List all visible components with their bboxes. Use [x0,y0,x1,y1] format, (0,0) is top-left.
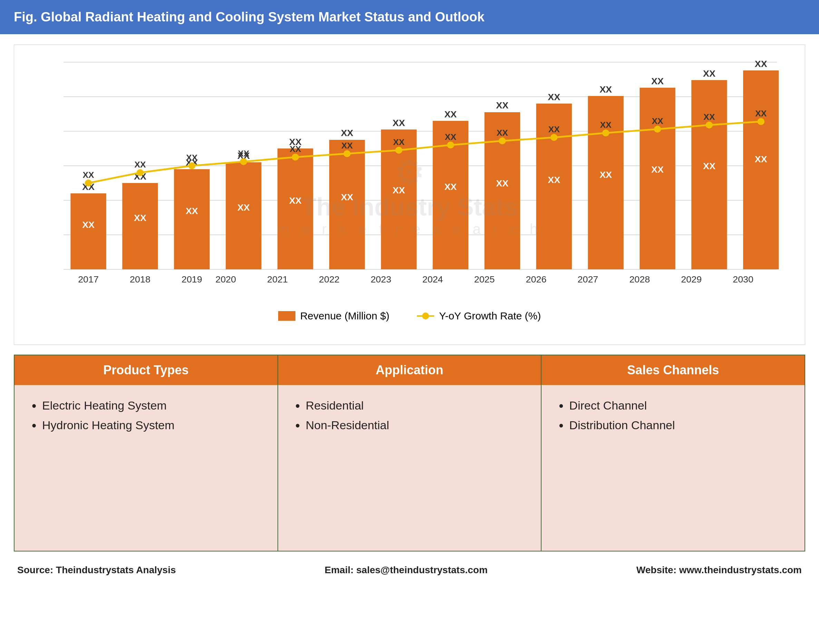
application-body: Residential Non-Residential [278,385,541,551]
svg-text:2017: 2017 [78,274,99,284]
svg-text:2028: 2028 [629,274,650,284]
svg-text:XX: XX [703,68,715,78]
svg-point-64 [137,169,144,176]
svg-text:XX: XX [393,118,405,128]
legend-line-icon [417,315,434,317]
svg-text:XX: XX [600,120,612,129]
svg-point-63 [85,179,92,187]
page-wrapper: Fig. Global Radiant Heating and Cooling … [0,0,819,644]
svg-text:2024: 2024 [423,274,443,284]
svg-text:XX: XX [341,141,353,150]
svg-point-68 [343,150,351,157]
svg-text:XX: XX [238,149,250,158]
list-item: Hydronic Heating System [32,419,260,432]
svg-text:XX: XX [289,195,302,205]
chart-container: ⚙ The Industry Stats m a r k e t r e s e… [14,44,805,345]
legend-bar-icon [278,311,295,321]
svg-text:XX: XX [755,154,767,164]
svg-point-67 [292,154,299,161]
svg-text:2022: 2022 [319,274,340,284]
svg-point-66 [240,158,247,165]
svg-text:XX: XX [755,59,767,69]
svg-text:2023: 2023 [370,274,391,284]
sections-row: Product Types Electric Heating System Hy… [14,355,805,552]
svg-text:XX: XX [393,137,405,147]
svg-text:XX: XX [652,117,663,126]
svg-text:XX: XX [548,92,560,102]
svg-text:XX: XX [445,132,456,141]
svg-rect-59 [743,71,779,269]
list-item: Electric Heating System [32,399,260,412]
chart-header: Fig. Global Radiant Heating and Cooling … [0,0,819,34]
svg-rect-55 [691,80,727,269]
svg-rect-15 [174,169,210,269]
svg-text:XX: XX [237,202,250,212]
legend-revenue: Revenue (Million $) [278,310,389,322]
application-title: Application [278,355,541,385]
svg-text:2026: 2026 [526,274,547,284]
svg-point-74 [654,126,661,133]
product-types-list: Electric Heating System Hydronic Heating… [32,399,260,432]
application-list: Residential Non-Residential [295,399,524,432]
svg-rect-11 [122,183,158,269]
svg-text:XX: XX [703,161,715,171]
list-item: Non-Residential [295,419,524,432]
svg-point-75 [706,121,713,129]
svg-point-76 [757,118,764,125]
list-item: Residential [295,399,524,412]
footer: Source: Theindustrystats Analysis Email:… [14,558,805,582]
svg-text:XX: XX [600,170,612,179]
svg-text:XX: XX [83,170,95,179]
svg-text:XX: XX [444,182,456,192]
svg-text:XX: XX [497,128,508,137]
svg-point-69 [395,147,403,154]
chart-legend: Revenue (Million $) Y-oY Growth Rate (%) [35,310,784,322]
product-types-body: Electric Heating System Hydronic Heating… [14,385,277,551]
svg-text:XX: XX [548,175,560,185]
svg-text:XX: XX [186,153,198,162]
product-types-title: Product Types [14,355,277,385]
svg-text:2030: 2030 [733,274,753,284]
svg-text:XX: XX [82,219,95,230]
svg-text:XX: XX [134,160,146,169]
sales-channels-body: Direct Channel Distribution Channel [542,385,805,551]
svg-text:XX: XX [186,206,198,216]
svg-text:XX: XX [341,128,354,138]
svg-point-72 [551,134,558,141]
legend-growth-label: Y-oY Growth Rate (%) [439,310,541,322]
footer-source: Source: Theindustrystats Analysis [17,564,176,576]
svg-rect-19 [226,162,261,269]
svg-text:XX: XX [600,84,612,94]
svg-text:XX: XX [755,109,767,118]
svg-text:XX: XX [444,109,456,119]
section-sales-channels: Sales Channels Direct Channel Distributi… [541,355,805,551]
footer-website: Website: www.theindustrystats.com [637,564,802,576]
sales-channels-list: Direct Channel Distribution Channel [559,399,787,432]
svg-text:XX: XX [496,178,508,188]
svg-text:XX: XX [496,100,508,110]
svg-text:2020: 2020 [215,274,236,284]
svg-text:2019: 2019 [182,274,202,284]
section-application: Application Residential Non-Residential [277,355,541,551]
sales-channels-title: Sales Channels [542,355,805,385]
svg-point-65 [188,162,196,169]
svg-text:XX: XX [341,192,354,202]
svg-text:XX: XX [703,112,715,121]
svg-text:2027: 2027 [578,274,599,284]
svg-text:2018: 2018 [130,274,150,284]
svg-rect-7 [70,193,106,269]
svg-text:XX: XX [548,125,560,134]
section-product-types: Product Types Electric Heating System Hy… [14,355,277,551]
chart-svg: XX XX 2017 XX XX 2018 XX XX 2019 XX XX 2… [35,55,784,304]
svg-text:2021: 2021 [267,274,288,284]
svg-text:XX: XX [393,185,405,195]
svg-point-71 [499,137,506,144]
chart-inner: XX XX 2017 XX XX 2018 XX XX 2019 XX XX 2… [35,55,784,304]
svg-text:XX: XX [651,164,664,174]
svg-rect-23 [277,149,313,269]
svg-text:2025: 2025 [474,274,495,284]
legend-revenue-label: Revenue (Million $) [300,310,389,322]
svg-rect-51 [640,88,675,269]
svg-point-70 [447,141,454,149]
list-item: Distribution Channel [559,419,787,432]
